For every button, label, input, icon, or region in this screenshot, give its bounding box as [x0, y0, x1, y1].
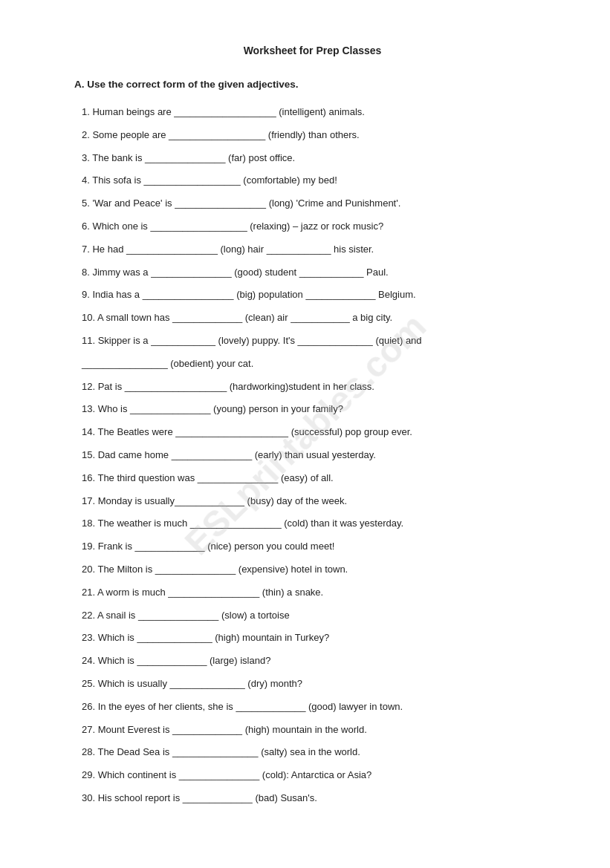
- list-item: 18. The weather is much ________________…: [74, 516, 551, 532]
- list-item: 25. Which is usually ______________ (dry…: [74, 676, 551, 692]
- list-item: 5. 'War and Peace' is _________________ …: [74, 196, 551, 212]
- list-item: 20. The Milton is _______________ (expen…: [74, 562, 551, 578]
- list-item: 15. Dad came home _______________ (early…: [74, 448, 551, 463]
- list-item: 9. India has a _________________ (big) p…: [74, 287, 551, 303]
- list-item: 10. A small town has _____________ (clea…: [74, 310, 551, 326]
- list-item: 28. The Dead Sea is ________________ (sa…: [74, 745, 551, 760]
- list-item: 13. Who is _______________ (young) perso…: [74, 402, 551, 417]
- list-item: 22. A snail is _______________ (slow) a …: [74, 608, 551, 624]
- list-item: 3. The bank is _______________ (far) pos…: [74, 151, 551, 166]
- list-item: 2. Some people are __________________ (f…: [74, 128, 551, 143]
- list-item: 24. Which is _____________ (large) islan…: [74, 653, 551, 669]
- list-item: 23. Which is ______________ (high) mount…: [74, 630, 551, 646]
- list-item: 6. Which one is __________________ (rela…: [74, 219, 551, 235]
- list-item: 19. Frank is _____________ (nice) person…: [74, 539, 551, 555]
- list-item: 26. In the eyes of her clients, she is _…: [74, 699, 551, 715]
- list-item: 21. A worm is much _________________ (th…: [74, 585, 551, 601]
- list-item: 8. Jimmy was a _______________ (good) st…: [74, 265, 551, 281]
- list-item: 7. He had _________________ (long) hair …: [74, 242, 551, 258]
- list-item: 30. His school report is _____________ (…: [74, 791, 551, 806]
- list-item: 27. Mount Everest is _____________ (high…: [74, 722, 551, 738]
- list-item: 14. The Beatles were ___________________…: [74, 425, 551, 440]
- list-item: 1. Human beings are ___________________ …: [74, 105, 551, 120]
- list-item: 16. The third question was _____________…: [74, 471, 551, 486]
- list-item: 29. Which continent is _______________ (…: [74, 768, 551, 783]
- section-a-header: A. Use the correct form of the given adj…: [74, 79, 551, 90]
- list-item: 11. Skipper is a ____________ (lovely) p…: [74, 333, 551, 349]
- questions-list: 1. Human beings are ___________________ …: [74, 105, 551, 806]
- page-title: Worksheet for Prep Classes: [74, 45, 551, 56]
- list-item: 12. Pat is ___________________ (hardwork…: [74, 379, 551, 395]
- list-item: 4. This sofa is __________________ (comf…: [74, 173, 551, 189]
- list-item: 17. Monday is usually_____________ (busy…: [74, 494, 551, 509]
- list-item: ________________ (obedient) your cat.: [74, 356, 551, 372]
